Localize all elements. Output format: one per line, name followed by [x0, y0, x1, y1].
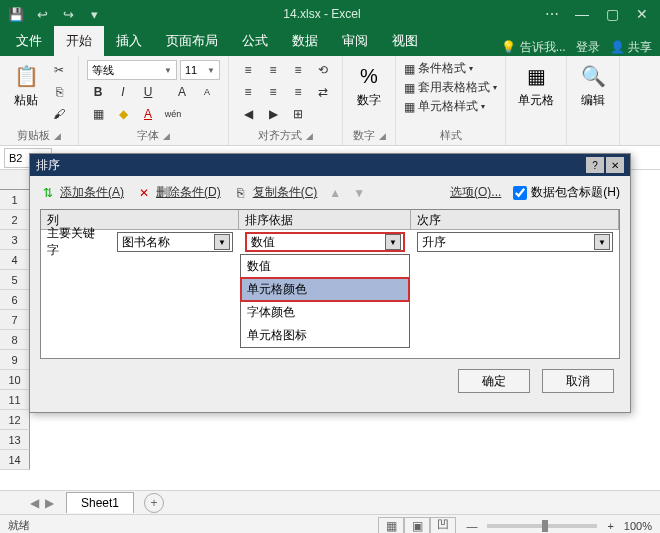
dialog-help-button[interactable]: ?	[586, 157, 604, 173]
row-header[interactable]: 12	[0, 410, 30, 430]
page-layout-view-button[interactable]: ▣	[404, 517, 430, 534]
copy-button[interactable]: ⎘	[48, 82, 70, 102]
border-button[interactable]: ▦	[87, 104, 109, 124]
prev-sheet-button[interactable]: ◀	[30, 496, 39, 510]
row-header[interactable]: 9	[0, 350, 30, 370]
zoom-in-button[interactable]: +	[607, 520, 613, 532]
page-break-view-button[interactable]: 凹	[430, 517, 456, 534]
dropdown-item-cell-color[interactable]: 单元格颜色	[241, 278, 409, 301]
row-header[interactable]: 5	[0, 270, 30, 290]
sort-on-select[interactable]: 数值▼	[245, 232, 405, 252]
align-bottom-button[interactable]: ≡	[287, 60, 309, 80]
align-middle-button[interactable]: ≡	[262, 60, 284, 80]
decrease-indent-button[interactable]: ◀	[237, 104, 259, 124]
paste-button[interactable]: 📋 粘贴	[8, 60, 44, 111]
align-left-button[interactable]: ≡	[237, 82, 259, 102]
grow-font-button[interactable]: A	[171, 82, 193, 102]
orientation-button[interactable]: ⟲	[312, 60, 334, 80]
dropdown-item-font-color[interactable]: 字体颜色	[241, 301, 409, 324]
cut-button[interactable]: ✂	[48, 60, 70, 80]
tab-view[interactable]: 视图	[380, 26, 430, 56]
save-button[interactable]: 💾	[4, 3, 28, 25]
number-launcher-icon[interactable]: ◢	[379, 131, 386, 141]
sort-order-select[interactable]: 升序▼	[417, 232, 613, 252]
row-header[interactable]: 3	[0, 230, 30, 250]
sheet-tab-sheet1[interactable]: Sheet1	[66, 492, 134, 513]
align-right-button[interactable]: ≡	[287, 82, 309, 102]
next-sheet-button[interactable]: ▶	[45, 496, 54, 510]
merge-button[interactable]: ⊞	[287, 104, 309, 124]
delete-level-button[interactable]: ✕删除条件(D)	[136, 184, 221, 201]
move-down-button[interactable]: ▼	[353, 186, 365, 200]
phonetic-button[interactable]: wén	[162, 104, 184, 124]
clipboard-launcher-icon[interactable]: ◢	[54, 131, 61, 141]
tab-review[interactable]: 审阅	[330, 26, 380, 56]
login-link[interactable]: 登录	[576, 39, 600, 56]
close-button[interactable]: ✕	[628, 3, 656, 25]
row-header[interactable]: 6	[0, 290, 30, 310]
tell-me[interactable]: 💡 告诉我...	[501, 39, 565, 56]
shrink-font-button[interactable]: A	[196, 82, 218, 102]
editing-button[interactable]: 🔍编辑	[575, 60, 611, 111]
zoom-level[interactable]: 100%	[624, 520, 652, 532]
conditional-format-button[interactable]: ▦ 条件格式 ▾	[404, 60, 473, 77]
qat-customize-icon[interactable]: ▾	[82, 3, 106, 25]
header-checkbox[interactable]: 数据包含标题(H)	[513, 184, 620, 201]
font-color-button[interactable]: A	[137, 104, 159, 124]
font-launcher-icon[interactable]: ◢	[163, 131, 170, 141]
undo-button[interactable]: ↩	[30, 3, 54, 25]
tab-insert[interactable]: 插入	[104, 26, 154, 56]
underline-button[interactable]: U	[137, 82, 159, 102]
cells-button[interactable]: ▦单元格	[514, 60, 558, 111]
move-up-button[interactable]: ▲	[329, 186, 341, 200]
fill-color-button[interactable]: ◆	[112, 104, 134, 124]
dialog-close-button[interactable]: ✕	[606, 157, 624, 173]
format-painter-button[interactable]: 🖌	[48, 104, 70, 124]
align-launcher-icon[interactable]: ◢	[306, 131, 313, 141]
options-button[interactable]: 选项(O)...	[450, 184, 501, 201]
tab-home[interactable]: 开始	[54, 26, 104, 56]
cancel-button[interactable]: 取消	[542, 369, 614, 393]
tab-file[interactable]: 文件	[4, 26, 54, 56]
align-top-button[interactable]: ≡	[237, 60, 259, 80]
dropdown-item-value[interactable]: 数值	[241, 255, 409, 278]
bold-button[interactable]: B	[87, 82, 109, 102]
ok-button[interactable]: 确定	[458, 369, 530, 393]
row-header[interactable]: 10	[0, 370, 30, 390]
share-button[interactable]: 👤 共享	[610, 39, 652, 56]
align-center-button[interactable]: ≡	[262, 82, 284, 102]
number-format-button[interactable]: % 数字	[351, 60, 387, 111]
dialog-titlebar[interactable]: 排序 ? ✕	[30, 154, 630, 176]
increase-indent-button[interactable]: ▶	[262, 104, 284, 124]
ribbon-options-button[interactable]: ⋯	[538, 3, 566, 25]
wrap-text-button[interactable]: ⇄	[312, 82, 334, 102]
format-as-table-button[interactable]: ▦ 套用表格格式 ▾	[404, 79, 497, 96]
dropdown-item-cell-icon[interactable]: 单元格图标	[241, 324, 409, 347]
font-name-combo[interactable]: 等线▼	[87, 60, 177, 80]
tab-formulas[interactable]: 公式	[230, 26, 280, 56]
redo-button[interactable]: ↪	[56, 3, 80, 25]
copy-level-button[interactable]: ⎘复制条件(C)	[233, 184, 318, 201]
maximize-button[interactable]: ▢	[598, 3, 626, 25]
font-size-combo[interactable]: 11▼	[180, 60, 220, 80]
normal-view-button[interactable]: ▦	[378, 517, 404, 534]
row-header[interactable]: 8	[0, 330, 30, 350]
add-sheet-button[interactable]: +	[144, 493, 164, 513]
header-checkbox-input[interactable]	[513, 186, 527, 200]
tab-data[interactable]: 数据	[280, 26, 330, 56]
tab-page-layout[interactable]: 页面布局	[154, 26, 230, 56]
row-header[interactable]: 1	[0, 190, 30, 210]
add-level-button[interactable]: ⇅添加条件(A)	[40, 184, 124, 201]
sort-column-select[interactable]: 图书名称▼	[117, 232, 233, 252]
cell-styles-button[interactable]: ▦ 单元格样式 ▾	[404, 98, 485, 115]
row-header[interactable]: 14	[0, 450, 30, 470]
italic-button[interactable]: I	[112, 82, 134, 102]
select-all-corner[interactable]	[0, 170, 30, 190]
row-header[interactable]: 4	[0, 250, 30, 270]
row-header[interactable]: 2	[0, 210, 30, 230]
zoom-slider[interactable]	[487, 524, 597, 528]
minimize-button[interactable]: —	[568, 3, 596, 25]
row-header[interactable]: 7	[0, 310, 30, 330]
row-header[interactable]: 11	[0, 390, 30, 410]
zoom-out-button[interactable]: —	[466, 520, 477, 532]
